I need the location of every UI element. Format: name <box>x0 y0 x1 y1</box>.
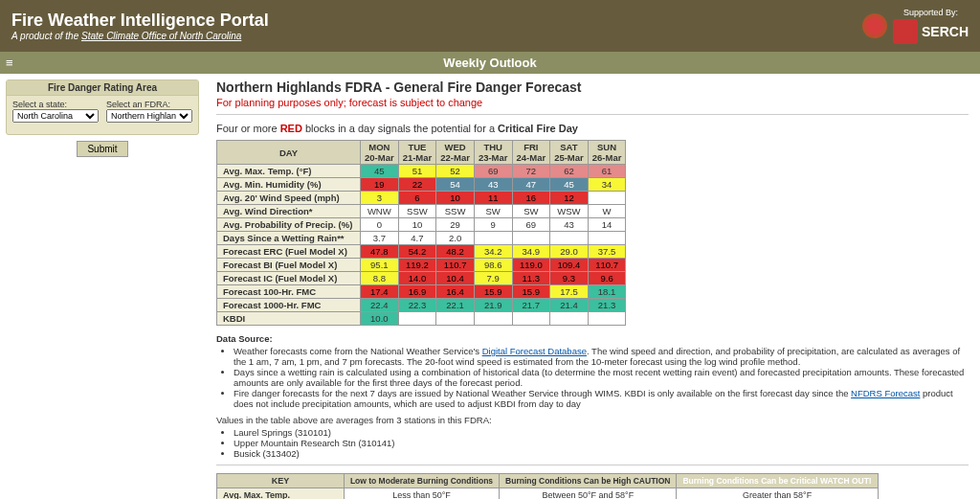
data-cell: WSW <box>550 205 589 218</box>
data-cell: 16.4 <box>436 285 475 299</box>
data-cell <box>588 192 626 205</box>
noc-logo-icon <box>862 13 887 38</box>
forecast-header: SUN26-Mar <box>588 141 626 165</box>
table-row: Avg. Min. Humidity (%)19225443474534 <box>217 178 626 192</box>
data-cell: 9.3 <box>550 272 589 285</box>
data-cell: 110.7 <box>436 259 475 272</box>
data-cell: 7.9 <box>474 272 512 285</box>
key-row: Avg. Max. Temp.Less than 50°FBetween 50°… <box>217 488 879 500</box>
site-subtitle: A product of the State Climate Office of… <box>11 31 269 41</box>
section-title: Weekly Outlook <box>443 56 536 70</box>
data-cell: SSW <box>436 205 475 218</box>
table-row: Forecast 1000-Hr. FMC22.422.322.121.921.… <box>217 299 626 312</box>
table-row: Days Since a Wetting Rain**3.74.72.0 <box>217 232 626 245</box>
supported-by-label: Supported By: <box>893 8 969 17</box>
data-cell: 10.0 <box>361 312 399 326</box>
data-cell: 4.7 <box>398 232 436 245</box>
data-cell: 45 <box>550 178 589 192</box>
data-cell: 98.6 <box>474 259 512 272</box>
data-cell: 10 <box>398 218 436 232</box>
data-cell: 10 <box>436 192 475 205</box>
data-cell <box>588 312 626 326</box>
fdra-select[interactable]: Northern Highlands <box>106 109 192 123</box>
data-cell: 34.2 <box>474 245 512 259</box>
table-row: Avg. 20' Wind Speed (mph)3610111612 <box>217 192 626 205</box>
data-cell: 69 <box>474 165 512 178</box>
data-cell: 2.0 <box>436 232 475 245</box>
forecast-table: DAYMON20-MarTUE21-MarWED22-MarTHU23-MarF… <box>216 140 626 326</box>
row-label: Avg. Max. Temp. (°F) <box>217 165 361 178</box>
stations-section: Values in the table above are averages f… <box>216 415 969 459</box>
data-cell: 69 <box>512 218 550 232</box>
forecast-header: SAT25-Mar <box>550 141 589 165</box>
critical-note: Four or more RED blocks in a day signals… <box>216 123 969 134</box>
data-cell <box>512 232 550 245</box>
row-label: Avg. 20' Wind Speed (mph) <box>217 192 361 205</box>
data-cell: 52 <box>436 165 475 178</box>
data-cell: 43 <box>550 218 589 232</box>
data-cell: 22.1 <box>436 299 475 312</box>
data-cell: 15.9 <box>474 285 512 299</box>
table-row: KBDI10.0 <box>217 312 626 326</box>
data-cell: 21.9 <box>474 299 512 312</box>
data-cell: 17.5 <box>550 285 589 299</box>
data-cell: 43 <box>474 178 512 192</box>
data-cell: 48.2 <box>436 245 475 259</box>
data-cell <box>398 312 436 326</box>
section-title-bar: ≡ Weekly Outlook <box>0 52 980 74</box>
data-cell: 22 <box>398 178 436 192</box>
data-cell <box>474 312 512 326</box>
data-cell: 16 <box>512 192 550 205</box>
row-label: Avg. Min. Humidity (%) <box>217 178 361 192</box>
submit-button[interactable]: Submit <box>77 141 127 157</box>
data-cell: 0 <box>361 218 399 232</box>
key-cell: Between 50°F and 58°F <box>500 488 677 500</box>
data-cell: SW <box>474 205 512 218</box>
table-row: Avg. Wind Direction*WNWSSWSSWSWSWWSWW <box>217 205 626 218</box>
nfdrs-link[interactable]: NFDRS Forecast <box>851 388 920 398</box>
sco-link[interactable]: State Climate Office of North Carolina <box>81 31 241 41</box>
data-cell: 11.3 <box>512 272 550 285</box>
data-cell: 54 <box>436 178 475 192</box>
divider <box>216 114 969 115</box>
row-label: Forecast 100-Hr. FMC <box>217 285 361 299</box>
row-label: Avg. Wind Direction* <box>217 205 361 218</box>
data-cell: W <box>588 205 626 218</box>
data-cell: 95.1 <box>361 259 399 272</box>
data-cell <box>588 232 626 245</box>
nrcs-logo-icon <box>893 19 918 44</box>
data-cell: 62 <box>550 165 589 178</box>
station-item: Upper Mountain Research Stn (310141) <box>234 438 969 448</box>
forecast-header: WED22-Mar <box>436 141 475 165</box>
data-cell: 37.5 <box>588 245 626 259</box>
data-cell: WNW <box>361 205 399 218</box>
state-select[interactable]: North Carolina <box>12 109 99 123</box>
serch-logo: SERCH <box>922 24 969 39</box>
data-cell: 109.4 <box>550 259 589 272</box>
state-label: Select a state: <box>12 100 99 109</box>
menu-icon[interactable]: ≡ <box>6 56 13 70</box>
data-cell: 45 <box>361 165 399 178</box>
data-cell: 22.4 <box>361 299 399 312</box>
data-cell: 8.8 <box>361 272 399 285</box>
key-table: KEY Low to Moderate Burning Conditions B… <box>216 473 879 499</box>
data-cell <box>474 232 512 245</box>
fdra-panel: Fire Danger Rating Area Select a state: … <box>6 79 199 135</box>
table-row: Forecast ERC (Fuel Model X)47.854.248.23… <box>217 245 626 259</box>
data-cell: 21.7 <box>512 299 550 312</box>
table-row: Avg. Max. Temp. (°F)45515269726261 <box>217 165 626 178</box>
data-cell: 47.8 <box>361 245 399 259</box>
warning-text: For planning purposes only; forecast is … <box>216 97 969 108</box>
dfd-link[interactable]: Digital Forecast Database <box>482 346 587 356</box>
key-label: Avg. Max. Temp. <box>217 488 345 500</box>
data-cell: 12 <box>550 192 589 205</box>
page-title: Northern Highlands FDRA - General Fire D… <box>216 79 969 95</box>
table-row: Avg. Probability of Precip. (%)010299694… <box>217 218 626 232</box>
key-cell: Greater than 58°F <box>677 488 878 500</box>
data-cell: 10.4 <box>436 272 475 285</box>
data-cell: 110.7 <box>588 259 626 272</box>
data-cell: SSW <box>398 205 436 218</box>
data-cell: 54.2 <box>398 245 436 259</box>
data-cell: 61 <box>588 165 626 178</box>
data-cell: 21.3 <box>588 299 626 312</box>
